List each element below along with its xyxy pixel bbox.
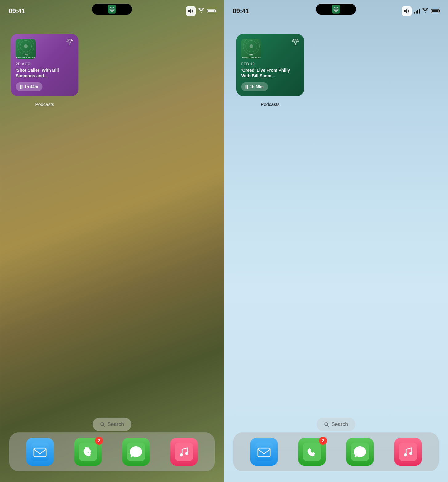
left-dynamic-island [92,4,132,15]
right-phone: 09:41 [224,0,448,482]
right-dock: 2 [233,432,439,471]
right-podcast-app-icon [292,39,299,48]
right-music-app[interactable] [394,438,422,466]
left-phone: 09:41 [0,0,224,482]
left-speaker-icon [186,6,196,16]
svg-line-9 [103,425,105,427]
left-dock: 2 [9,432,215,471]
right-dynamic-island [316,4,356,15]
left-phone-app[interactable]: 2 [74,438,102,466]
left-messages-app[interactable] [122,438,150,466]
left-search-text: Search [107,421,124,427]
right-podcast-art: THEREWATCHABLES [241,39,261,59]
vinyl-art [18,39,34,54]
left-search-icon [100,422,105,427]
left-wifi-icon [198,8,204,14]
right-messages-app[interactable] [346,438,374,466]
left-phone-badge: 2 [95,437,103,445]
right-signal-bars [414,9,420,14]
right-status-right [402,6,439,16]
left-podcast-widget[interactable]: THEREWATCHABLES 2D AGO 'Shot Caller' Wit… [11,34,78,96]
left-pause-icon [20,85,22,89]
left-status-bar: 09:41 [0,0,224,18]
left-play-button[interactable]: 1h 44m [16,82,42,91]
svg-rect-21 [404,10,406,12]
left-podcast-art: THEREWATCHABLES [16,39,36,59]
svg-rect-31 [399,443,417,461]
right-widget-date: FEB 19 [241,62,299,66]
left-duration: 1h 44m [24,84,38,89]
left-status-right [186,6,215,16]
svg-rect-4 [188,10,190,12]
right-search-icon [324,422,329,427]
left-podcast-app-icon [66,39,74,48]
right-dynamic-island-icon [332,5,340,14]
right-phone-badge: 2 [319,437,327,445]
right-duration: 1h 35m [250,84,264,89]
svg-point-32 [404,453,407,456]
svg-point-33 [409,452,412,455]
svg-point-15 [180,453,183,456]
right-widget-title: 'Creed' Live From Philly With Bill Simm.… [241,67,299,79]
svg-point-20 [336,9,337,10]
left-search-bar[interactable]: Search [93,418,131,431]
left-widget-date: 2D AGO [16,62,74,66]
right-phone-app[interactable]: 2 [298,438,326,466]
left-widget-container[interactable]: THEREWATCHABLES 2D AGO 'Shot Caller' Wit… [11,34,78,96]
left-widget-label: Podcasts [35,102,54,107]
right-time: 09:41 [233,7,249,15]
right-widget-label: Podcasts [261,102,280,107]
left-music-app[interactable] [170,438,198,466]
left-mail-app[interactable] [26,438,54,466]
right-pause-icon [246,85,248,89]
right-wifi-icon [422,8,428,14]
svg-rect-29 [303,443,321,461]
right-vinyl-art [243,39,259,54]
dynamic-island-app-icon [108,5,116,14]
svg-point-5 [69,41,71,43]
svg-point-3 [112,9,113,10]
left-time: 09:41 [9,7,25,15]
right-widget-header: THEREWATCHABLES [241,39,299,59]
left-battery-icon [207,9,215,13]
right-battery-icon [431,9,439,13]
right-podcast-widget[interactable]: THEREWATCHABLES FEB 19 'Creed' Live From… [236,34,304,96]
right-search-text: Search [331,421,348,427]
right-speaker-icon [402,6,412,16]
svg-point-16 [185,452,188,455]
right-search-bar[interactable]: Search [317,418,355,431]
right-widget-container[interactable]: THEREWATCHABLES FEB 19 'Creed' Live From… [236,34,304,96]
svg-point-22 [294,41,297,43]
svg-line-26 [327,425,329,427]
svg-rect-14 [175,443,193,461]
right-mail-app[interactable] [250,438,278,466]
left-widget-title: 'Shot Caller' With Bill Simmons and... [16,67,74,79]
left-widget-header: THEREWATCHABLES [16,39,74,59]
right-play-button[interactable]: 1h 35m [241,82,268,91]
right-status-bar: 09:41 [224,0,448,18]
